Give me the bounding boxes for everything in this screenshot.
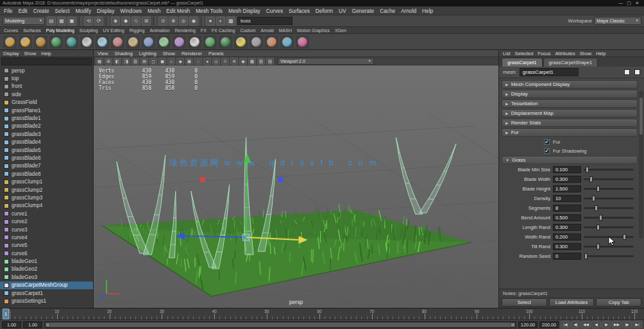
menu-mesh-display[interactable]: Mesh Display — [228, 8, 260, 14]
timeline-tick[interactable] — [303, 316, 304, 319]
timeline-tick[interactable] — [608, 316, 609, 319]
timeline-tick[interactable] — [409, 316, 409, 319]
new-scene-icon[interactable]: ▤ — [47, 17, 56, 26]
menu-set-dropdown[interactable]: Modeling ▼ — [3, 17, 45, 25]
step-back-frame-button[interactable]: ◀| — [571, 321, 580, 328]
anim-start-field[interactable]: 1.00 — [2, 321, 21, 328]
timeline-tick[interactable] — [440, 316, 441, 319]
render-settings-icon[interactable]: ▩ — [226, 17, 235, 26]
timeline-tick[interactable] — [110, 314, 110, 319]
shelf-tab-arnold[interactable]: Arnold — [261, 28, 274, 33]
viewport-menu-renderer[interactable]: Renderer — [182, 51, 202, 56]
attr-slider-random-seed[interactable] — [584, 255, 634, 257]
depth-of-field-icon[interactable]: ◉ — [239, 58, 247, 65]
shelf-tab-rigging[interactable]: Rigging — [130, 28, 145, 33]
timeline-tick[interactable] — [330, 316, 330, 319]
step-forward-key-button[interactable]: ▶▶ — [612, 321, 622, 328]
timeline-tick[interactable] — [545, 316, 546, 319]
timeline-tick[interactable] — [130, 316, 131, 319]
timeline-tick[interactable] — [577, 316, 577, 319]
shelf-torus-icon[interactable] — [142, 35, 155, 49]
timeline-tick[interactable] — [529, 314, 530, 319]
timeline-tick[interactable] — [298, 316, 299, 319]
menu-file[interactable]: File — [4, 8, 12, 14]
gate-mask-icon[interactable]: ▥ — [131, 58, 139, 65]
timeline-tick[interactable] — [99, 316, 99, 319]
timeline-tick[interactable] — [141, 316, 142, 319]
shelf-sphere3-icon[interactable] — [34, 35, 47, 49]
tab-grasscarpet1[interactable]: grassCarpet1 — [502, 58, 543, 67]
timeline-tick[interactable] — [493, 316, 493, 319]
timeline-tick[interactable] — [173, 316, 173, 319]
timeline-tick[interactable] — [251, 316, 252, 319]
viewport-menu-show[interactable]: Show — [163, 51, 175, 56]
attr-value-blade-height[interactable]: 1.500 — [553, 185, 581, 192]
open-scene-icon[interactable]: ▦ — [57, 17, 66, 26]
timeline-tick[interactable] — [67, 316, 68, 319]
timeline-tick[interactable] — [341, 316, 341, 319]
timeline-tick[interactable] — [372, 314, 373, 319]
save-scene-icon[interactable]: ▣ — [67, 17, 76, 26]
outliner-item-persp[interactable]: persp — [0, 67, 93, 74]
ae-menu-focus[interactable]: Focus — [538, 51, 550, 56]
snap-grid-icon[interactable]: ⊞ — [142, 17, 151, 26]
viewport-menu-view[interactable]: View — [97, 51, 108, 56]
timeline-tick[interactable] — [613, 316, 614, 319]
timeline-tick[interactable] — [477, 314, 477, 319]
grid-toggle-icon[interactable]: ⊞ — [105, 58, 112, 65]
field-chart-icon[interactable]: ▤ — [140, 58, 148, 65]
shelf-camera-icon[interactable] — [250, 35, 263, 49]
timeline-tick[interactable] — [351, 316, 352, 319]
shelf-sphere2-icon[interactable] — [19, 35, 32, 49]
timeline-tick[interactable] — [634, 314, 635, 319]
xray-icon[interactable]: ▨ — [257, 58, 265, 65]
checkbox-fur-shadowing[interactable]: ✔ — [544, 148, 550, 154]
menu-generate[interactable]: Generate — [352, 8, 375, 14]
section-displacement-map[interactable]: ▶Displacement Map — [502, 109, 638, 117]
timeline-tick[interactable] — [314, 316, 315, 319]
menu-display[interactable]: Display — [97, 8, 114, 14]
slider-handle[interactable] — [584, 253, 588, 259]
scene-3d-view[interactable]: 绿色资源网 w w w . q d r s x f b . c o m — [94, 65, 498, 308]
section-display[interactable]: ▶Display — [502, 90, 638, 98]
timeline-tick[interactable] — [214, 314, 215, 319]
timeline-tick[interactable] — [361, 316, 362, 319]
menu-deform[interactable]: Deform — [316, 8, 333, 14]
slider-handle[interactable] — [589, 176, 593, 182]
timeline-tick[interactable] — [20, 316, 21, 319]
step-forward-frame-button[interactable]: |▶ — [622, 321, 632, 328]
attr-value-width-rand[interactable]: 0.200 — [553, 233, 581, 240]
section-mesh-component-display[interactable]: ▶Mesh Component Display — [502, 80, 638, 89]
timeline-tick[interactable] — [582, 314, 582, 319]
multisample-icon[interactable]: ⊕ — [230, 58, 238, 65]
slider-handle[interactable] — [599, 215, 602, 221]
shelf-magnet-icon[interactable] — [265, 35, 278, 49]
attr-slider-blade-height[interactable] — [584, 188, 634, 190]
outliner-item-grassblade8[interactable]: grassBlade8 — [0, 170, 93, 178]
timeline-tick[interactable] — [83, 316, 84, 319]
close-button[interactable]: ✕ — [633, 0, 641, 6]
timeline-tick[interactable] — [31, 316, 31, 319]
timeline-tick[interactable] — [498, 316, 498, 319]
timeline-tick[interactable] — [62, 316, 63, 319]
timeline-tick[interactable] — [309, 316, 310, 319]
timeline-tick[interactable] — [456, 316, 457, 319]
timeline-tick[interactable] — [78, 316, 78, 319]
timeline-tick[interactable] — [319, 314, 320, 319]
attr-value-blade-width[interactable]: 0.300 — [553, 176, 581, 183]
shelf-paint-effects-icon[interactable] — [280, 35, 294, 49]
outliner-item-grassclump3[interactable]: grassClump3 — [0, 194, 93, 201]
outliner-item-grassblade5[interactable]: grassBlade5 — [0, 146, 93, 154]
ae-menu-attributes[interactable]: Attributes — [555, 51, 575, 56]
timeline-tick[interactable] — [534, 316, 535, 319]
redo-icon[interactable]: ⟳ — [94, 17, 103, 26]
attr-slider-length-rand[interactable] — [584, 226, 634, 228]
timeline-tick[interactable] — [425, 314, 425, 319]
shelf-tab-poly-modeling[interactable]: Poly Modeling — [46, 28, 74, 33]
shelf-tab-rendering[interactable]: Rendering — [175, 28, 196, 33]
timeline-tick[interactable] — [36, 316, 37, 319]
timeline-tick[interactable] — [219, 316, 220, 319]
outliner-item-grassblade3[interactable]: grassBlade3 — [0, 130, 93, 138]
shelf-light-icon[interactable] — [234, 35, 248, 49]
timeline-tick[interactable] — [15, 316, 15, 319]
